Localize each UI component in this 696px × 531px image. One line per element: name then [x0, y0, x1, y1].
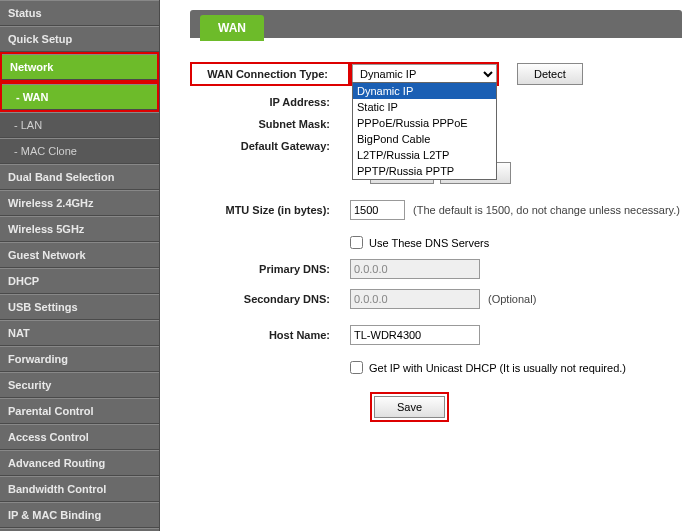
wan-type-option-l2tp-russia-l2tp[interactable]: L2TP/Russia L2TP	[353, 147, 496, 163]
mtu-input[interactable]	[350, 200, 405, 220]
secondary-dns-label: Secondary DNS:	[190, 293, 350, 305]
page-titlebar: WAN	[190, 10, 682, 38]
sidebar-item-mac-clone[interactable]: - MAC Clone	[0, 138, 159, 164]
gateway-label: Default Gateway:	[190, 140, 350, 152]
sidebar-item-wireless-5ghz[interactable]: Wireless 5GHz	[0, 216, 159, 242]
sidebar: StatusQuick SetupNetwork- WAN- LAN- MAC …	[0, 0, 160, 531]
detect-button[interactable]: Detect	[517, 63, 583, 85]
sidebar-item-lan[interactable]: - LAN	[0, 112, 159, 138]
sidebar-item-wan[interactable]: - WAN	[2, 84, 157, 110]
wan-type-dropdown-open: Dynamic IPStatic IPPPPoE/Russia PPPoEBig…	[352, 82, 497, 180]
mtu-hint: (The default is 1500, do not change unle…	[413, 204, 680, 216]
page-title: WAN	[200, 15, 264, 41]
sidebar-item-security[interactable]: Security	[0, 372, 159, 398]
ip-label: IP Address:	[190, 96, 350, 108]
wan-type-option-static-ip[interactable]: Static IP	[353, 99, 496, 115]
mtu-label: MTU Size (in bytes):	[190, 204, 350, 216]
sidebar-item-network[interactable]: Network	[2, 54, 157, 80]
host-name-label: Host Name:	[190, 329, 350, 341]
secondary-dns-input[interactable]	[350, 289, 480, 309]
sidebar-item-wireless-2-4ghz[interactable]: Wireless 2.4GHz	[0, 190, 159, 216]
sidebar-item-bandwidth-control[interactable]: Bandwidth Control	[0, 476, 159, 502]
wan-type-select[interactable]: Dynamic IP	[352, 64, 497, 84]
sidebar-item-usb-settings[interactable]: USB Settings	[0, 294, 159, 320]
main-content: WAN WAN Connection Type: Dynamic IP Dyna…	[160, 0, 696, 531]
primary-dns-input[interactable]	[350, 259, 480, 279]
unicast-dhcp-label: Get IP with Unicast DHCP (It is usually …	[369, 362, 626, 374]
use-dns-checkbox[interactable]	[350, 236, 363, 249]
unicast-dhcp-checkbox[interactable]	[350, 361, 363, 374]
sidebar-item-quick-setup[interactable]: Quick Setup	[0, 26, 159, 52]
wan-type-option-pppoe-russia-pppoe[interactable]: PPPoE/Russia PPPoE	[353, 115, 496, 131]
sidebar-item-advanced-routing[interactable]: Advanced Routing	[0, 450, 159, 476]
secondary-dns-hint: (Optional)	[488, 293, 536, 305]
primary-dns-label: Primary DNS:	[190, 263, 350, 275]
wan-type-option-pptp-russia-pptp[interactable]: PPTP/Russia PPTP	[353, 163, 496, 179]
wan-type-select-wrap: Dynamic IP Dynamic IPStatic IPPPPoE/Russ…	[350, 62, 499, 86]
sidebar-item-parental-control[interactable]: Parental Control	[0, 398, 159, 424]
save-highlight: Save	[370, 392, 449, 422]
wan-type-option-bigpond-cable[interactable]: BigPond Cable	[353, 131, 496, 147]
sidebar-item-guest-network[interactable]: Guest Network	[0, 242, 159, 268]
sidebar-item-forwarding[interactable]: Forwarding	[0, 346, 159, 372]
sidebar-item-dhcp[interactable]: DHCP	[0, 268, 159, 294]
sidebar-item-ip-mac-binding[interactable]: IP & MAC Binding	[0, 502, 159, 528]
subnet-label: Subnet Mask:	[190, 118, 350, 130]
wan-type-option-dynamic-ip[interactable]: Dynamic IP	[353, 83, 496, 99]
sidebar-item-dual-band-selection[interactable]: Dual Band Selection	[0, 164, 159, 190]
host-name-input[interactable]	[350, 325, 480, 345]
sidebar-item-access-control[interactable]: Access Control	[0, 424, 159, 450]
use-dns-label: Use These DNS Servers	[369, 237, 489, 249]
sidebar-item-nat[interactable]: NAT	[0, 320, 159, 346]
save-button[interactable]: Save	[374, 396, 445, 418]
wan-type-label: WAN Connection Type:	[190, 62, 350, 86]
sidebar-item-status[interactable]: Status	[0, 0, 159, 26]
